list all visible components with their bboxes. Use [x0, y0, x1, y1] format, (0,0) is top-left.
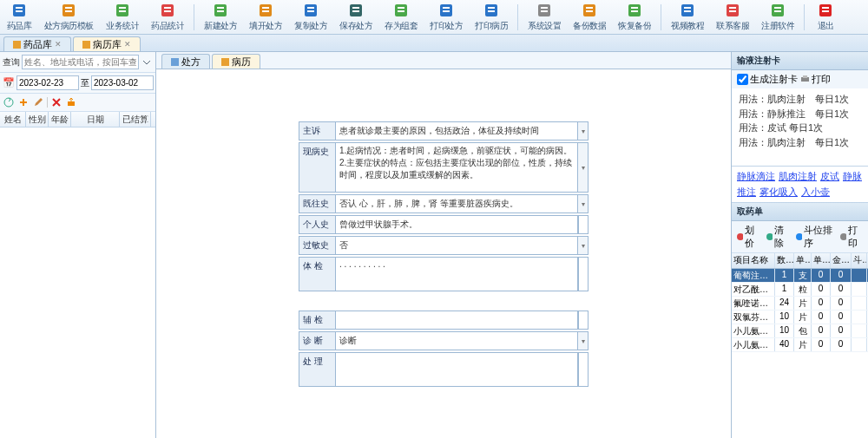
field-value-jws[interactable]: 否认 心，肝，肺，脾，肾 等重要脏器疾病史。	[335, 194, 578, 213]
dropdown-spacer	[578, 311, 589, 330]
page-tab-drug-lib[interactable]: 药品库✕	[3, 36, 71, 51]
save-rx-button[interactable]: 保存处方	[336, 1, 376, 33]
form-row-grs: 个人史曾做过甲状腺手术。	[299, 215, 589, 234]
med-tb-斗位排序[interactable]: 斗位排序	[795, 224, 835, 250]
edit-icon[interactable]	[32, 96, 44, 108]
med-row[interactable]: 氟喹诺酮片24片00	[732, 297, 868, 311]
svg-rect-2	[16, 10, 23, 12]
close-icon[interactable]: ✕	[55, 40, 62, 49]
save-visit-button[interactable]: 存为组套	[381, 1, 421, 33]
med-row[interactable]: 葡萄注射液1支00	[732, 269, 868, 283]
svg-rect-14	[217, 10, 224, 12]
med-col-header[interactable]: 数量	[775, 253, 794, 268]
med-tb-划价[interactable]: 划价	[736, 224, 760, 250]
col-header[interactable]: 日期	[71, 112, 120, 127]
biz-stats-icon	[114, 2, 131, 19]
route-link[interactable]: 入小壶	[801, 186, 830, 197]
svg-rect-37	[586, 7, 593, 9]
field-value-cl[interactable]	[335, 352, 578, 387]
generate-card-checkbox[interactable]: 生成注射卡	[737, 73, 798, 86]
field-value-tj[interactable]: . . . . . . . . . .	[335, 257, 578, 291]
dropdown-icon[interactable]: ▾	[578, 194, 589, 213]
open-rx-button[interactable]: 填开处方	[246, 1, 286, 33]
field-value-gms[interactable]: 否	[335, 236, 578, 255]
route-link[interactable]: 静脉滴注	[737, 171, 775, 181]
biz-stats-button[interactable]: 业务统计	[102, 1, 142, 33]
field-value-fj[interactable]	[335, 311, 578, 330]
injection-card-title[interactable]: 输液注射卡	[732, 52, 868, 70]
med-tb-清除[interactable]: 清除	[766, 224, 790, 250]
restore-button[interactable]: 恢复备份	[615, 1, 654, 33]
route-link[interactable]: 肌肉注射	[779, 171, 817, 181]
register-button[interactable]: 注册软件	[758, 1, 798, 33]
med-col-header[interactable]: 斗位	[852, 253, 867, 268]
page-tab-history-lib[interactable]: 病历库✕	[73, 36, 141, 51]
svg-rect-43	[684, 7, 691, 9]
svg-rect-58	[221, 58, 229, 66]
export-icon[interactable]	[65, 96, 77, 108]
add-icon[interactable]	[17, 96, 30, 108]
med-tb-打印[interactable]: 打印	[839, 224, 864, 250]
dropdown-icon[interactable]: ▾	[578, 121, 589, 141]
med-col-header[interactable]: 金额	[831, 253, 852, 268]
sys-settings-button[interactable]: 系统设置	[524, 1, 564, 33]
center-tab-history[interactable]: 病历	[212, 54, 260, 69]
search-input[interactable]	[22, 55, 139, 69]
med-row[interactable]: 小儿氨酚黄...40片00	[732, 338, 868, 352]
date-from-input[interactable]	[16, 75, 79, 90]
field-value-grs[interactable]: 曾做过甲状腺手术。	[335, 215, 578, 234]
tool-label: 药品统计	[151, 20, 184, 31]
form-row-jws: 既往史否认 心，肝，肺，脾，肾 等重要脏器疾病史。▾	[299, 194, 589, 213]
med-col-header[interactable]: 单位	[794, 253, 812, 268]
tab-icon	[221, 58, 229, 66]
route-link[interactable]: 雾化吸入	[760, 186, 798, 197]
drug-stats-icon	[159, 2, 176, 19]
field-value-zhusu[interactable]: 患者就诊最主要的原因，包括政治，体征及持续时间	[335, 121, 578, 141]
print-rx-button[interactable]: 打印处方	[426, 1, 466, 33]
med-row[interactable]: 对乙酰氨基...1粒00	[732, 283, 868, 297]
print-history-button[interactable]: 打印病历	[471, 1, 511, 33]
contact-button[interactable]: 联系客服	[713, 1, 753, 33]
exit-button[interactable]: 退出	[811, 1, 840, 33]
video-button[interactable]: 视频教程	[667, 1, 707, 33]
center-tab-rx[interactable]: 处方	[161, 54, 210, 69]
dropdown-icon[interactable]: ▾	[578, 331, 589, 350]
field-value-xbs[interactable]: 1.起病情况：患者时间，起病缓急，前驱症状，可能的病因。 2.主要症状的特点：应…	[335, 142, 578, 193]
tab-label: 病历库	[93, 38, 122, 51]
med-col-header[interactable]: 单价	[812, 253, 831, 268]
date-to-input[interactable]	[91, 75, 154, 90]
svg-rect-19	[307, 7, 314, 9]
left-mini-toolbar	[0, 94, 155, 112]
route-link[interactable]: 皮试	[820, 171, 839, 181]
field-label: 个人史	[299, 215, 335, 234]
dropdown-icon[interactable]: ▾	[578, 142, 589, 193]
rx-template-button[interactable]: 处方病历模板	[40, 1, 97, 33]
col-header[interactable]: 已结算	[120, 112, 151, 127]
med-row[interactable]: 小儿氨酚黄...10包00	[732, 324, 868, 338]
close-icon[interactable]: ✕	[124, 40, 131, 49]
print-card-button[interactable]: 打印	[800, 73, 831, 86]
svg-rect-50	[774, 10, 781, 12]
col-header[interactable]: 性别	[26, 112, 49, 127]
col-header[interactable]: 姓名	[0, 112, 26, 127]
medication-panel-title[interactable]: 取药单	[732, 203, 868, 221]
print-history-icon	[483, 2, 500, 19]
med-col-header[interactable]: 项目名称	[732, 253, 775, 268]
copy-rx-button[interactable]: 复制处方	[291, 1, 331, 33]
field-value-zd[interactable]: 诊断	[335, 331, 578, 350]
search-dropdown-icon[interactable]	[141, 56, 153, 69]
backup-button[interactable]: 备份数据	[569, 1, 609, 33]
tool-label: 恢复备份	[618, 20, 651, 31]
svg-rect-8	[119, 10, 126, 12]
dropdown-icon[interactable]: ▾	[578, 236, 589, 255]
new-rx-button[interactable]: 新建处方	[201, 1, 240, 33]
tool-label: 注册软件	[761, 20, 794, 31]
refresh-icon[interactable]	[3, 96, 15, 108]
svg-rect-49	[774, 7, 781, 9]
svg-point-64	[840, 233, 846, 240]
drug-lib-button[interactable]: 药品库	[3, 1, 35, 33]
delete-icon[interactable]	[50, 96, 62, 108]
med-row[interactable]: 双氯芬酸钠...10片00	[732, 311, 868, 324]
drug-stats-button[interactable]: 药品统计	[148, 1, 187, 33]
col-header[interactable]: 年龄	[49, 112, 71, 127]
